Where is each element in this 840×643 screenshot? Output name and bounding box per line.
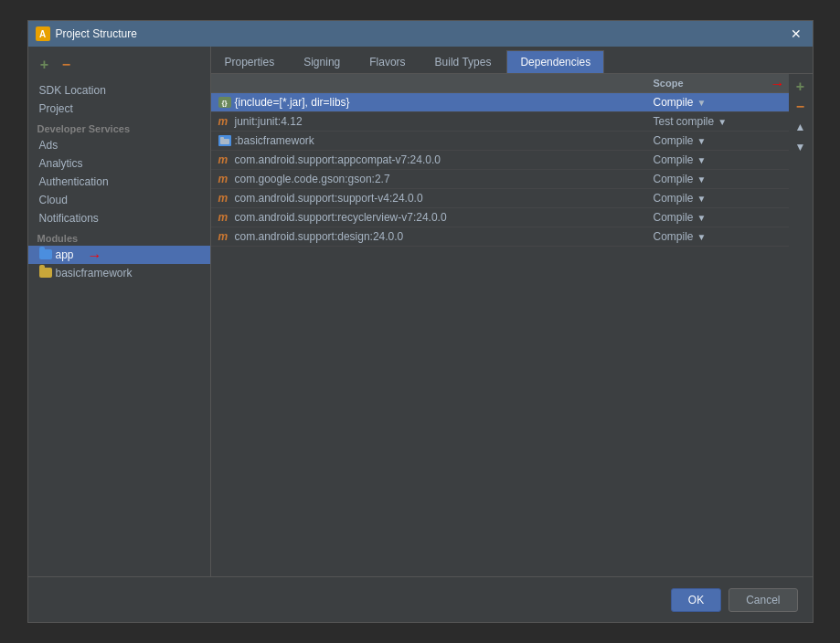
titlebar: A Project Structure ✕ (28, 21, 813, 47)
dep-icon-jar-0: {} (218, 97, 231, 108)
dep-row-0[interactable]: {} {include=[*.jar], dir=libs} Compile ▼ (211, 93, 789, 112)
dep-row-5-name: m com.android.support:support-v4:24.0.0 (218, 192, 654, 205)
arrow-module-indicator: → (88, 248, 102, 264)
dep-row-1[interactable]: m junit:junit:4.12 Test compile ▼ (211, 112, 789, 132)
dep-row-1-dropdown[interactable]: ▼ (718, 117, 727, 127)
main-area: Properties Signing Flavors Build Types D… (211, 47, 813, 576)
cancel-button[interactable]: Cancel (728, 588, 797, 612)
dep-row-4-scope: Compile ▼ (654, 173, 782, 185)
sidebar-item-authentication[interactable]: Authentication (28, 173, 210, 191)
dep-table-header: Scope (211, 74, 789, 93)
sidebar-item-notifications[interactable]: Notifications (28, 209, 210, 227)
dep-row-2-dropdown[interactable]: ▼ (697, 136, 707, 146)
dep-icon-maven-3: m (218, 153, 231, 166)
dep-icon-module-2 (218, 135, 231, 146)
dep-row-7-dropdown[interactable]: ▼ (697, 232, 707, 242)
tabs-bar: Properties Signing Flavors Build Types D… (211, 47, 813, 74)
dep-row-6-name: m com.android.support:recyclerview-v7:24… (218, 211, 654, 224)
dep-row-7-scope: Compile ▼ (654, 230, 782, 243)
dep-row-1-scope: Test compile ▼ (654, 115, 782, 128)
dep-row-0-scope: Compile ▼ (654, 96, 782, 109)
ok-button[interactable]: OK (671, 588, 721, 612)
dep-icon-maven-7: m (218, 230, 231, 243)
dep-up-button[interactable]: ▲ (792, 118, 810, 136)
sidebar-item-sdk-location[interactable]: SDK Location (28, 81, 210, 100)
dialog-footer: OK Cancel (28, 576, 813, 622)
sidebar-add-button[interactable]: + (36, 56, 54, 74)
dep-row-4-name: m com.google.code.gson:gson:2.7 (218, 173, 654, 185)
dep-row-2-name: :basicframework (218, 134, 654, 147)
dep-icon-maven-6: m (218, 211, 231, 224)
dep-row-5[interactable]: m com.android.support:support-v4:24.0.0 … (211, 189, 789, 208)
developer-services-label: Developer Services (28, 118, 210, 136)
sidebar: + − SDK Location Project Developer Servi… (28, 47, 211, 576)
project-structure-dialog: A Project Structure ✕ + − SDK Location P… (27, 20, 813, 623)
dep-icon-maven-5: m (218, 192, 231, 205)
dep-remove-button[interactable]: − (792, 98, 810, 116)
titlebar-left: A Project Structure (36, 26, 137, 41)
sidebar-item-project[interactable]: Project (28, 100, 210, 118)
dep-header-scope: Scope (654, 78, 782, 89)
dep-row-2[interactable]: :basicframework Compile ▼ (211, 132, 789, 151)
side-actions: + − ▲ ▼ (789, 74, 813, 160)
app-icon-label: A (39, 29, 46, 39)
dep-row-1-name: m junit:junit:4.12 (218, 115, 654, 128)
dep-table: Scope {} {include=[*.jar], dir=libs} Com… (211, 74, 813, 576)
dep-down-button[interactable]: ▼ (792, 138, 810, 156)
dependencies-area: → + − ▲ ▼ Scope (211, 74, 813, 576)
dep-row-0-name: {} {include=[*.jar], dir=libs} (218, 96, 654, 109)
main-content: + − SDK Location Project Developer Servi… (28, 47, 813, 576)
dialog-title: Project Structure (56, 27, 137, 40)
tab-properties[interactable]: Properties (211, 50, 289, 73)
dep-row-4[interactable]: m com.google.code.gson:gson:2.7 Compile … (211, 170, 789, 189)
dep-row-2-scope: Compile ▼ (654, 134, 782, 147)
sidebar-module-basicframework[interactable]: basicframework (28, 264, 210, 282)
tab-build-types[interactable]: Build Types (421, 50, 505, 73)
sidebar-item-analytics[interactable]: Analytics (28, 154, 210, 173)
module-basicframework-icon (39, 268, 52, 279)
dep-row-6[interactable]: m com.android.support:recyclerview-v7:24… (211, 208, 789, 227)
dep-row-3-dropdown[interactable]: ▼ (697, 155, 707, 165)
module-basicframework-label: basicframework (56, 267, 133, 279)
dep-header-name (218, 78, 654, 89)
dep-row-3-scope: Compile ▼ (654, 153, 782, 166)
dep-row-6-dropdown[interactable]: ▼ (697, 213, 707, 223)
dep-row-0-dropdown[interactable]: ▼ (697, 98, 707, 108)
tab-dependencies[interactable]: Dependencies (506, 50, 604, 73)
tab-flavors[interactable]: Flavors (356, 50, 419, 73)
dep-icon-maven-1: m (218, 115, 231, 128)
modules-label: Modules (28, 227, 210, 246)
dep-add-button[interactable]: + (792, 78, 810, 96)
sidebar-item-ads[interactable]: Ads (28, 136, 210, 154)
dep-row-7-name: m com.android.support:design:24.0.0 (218, 230, 654, 243)
module-app-icon (39, 249, 52, 260)
dep-row-3-name: m com.android.support:appcompat-v7:24.0.… (218, 153, 654, 166)
sidebar-remove-button[interactable]: − (58, 56, 76, 74)
dep-row-7[interactable]: m com.android.support:design:24.0.0 Comp… (211, 227, 789, 247)
dep-icon-maven-4: m (218, 173, 231, 185)
tab-signing[interactable]: Signing (290, 50, 354, 73)
sidebar-item-cloud[interactable]: Cloud (28, 191, 210, 209)
app-icon: A (36, 26, 50, 41)
dep-row-3[interactable]: m com.android.support:appcompat-v7:24.0.… (211, 151, 789, 170)
dep-row-4-dropdown[interactable]: ▼ (697, 174, 707, 184)
sidebar-module-app[interactable]: → app (28, 246, 210, 264)
dep-row-6-scope: Compile ▼ (654, 211, 782, 224)
module-app-label: app (56, 248, 74, 261)
dep-row-5-dropdown[interactable]: ▼ (697, 194, 707, 204)
sidebar-toolbar: + − (28, 52, 210, 81)
svg-rect-1 (220, 137, 224, 140)
dep-row-5-scope: Compile ▼ (654, 192, 782, 205)
close-button[interactable]: ✕ (787, 25, 805, 43)
